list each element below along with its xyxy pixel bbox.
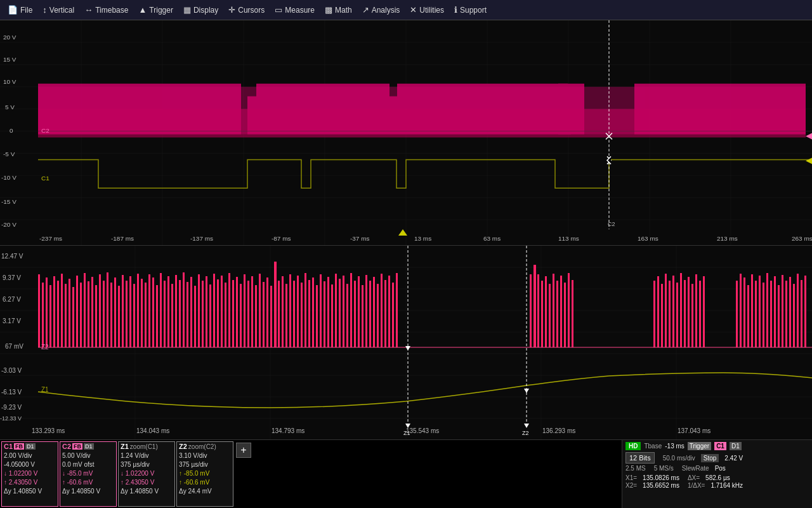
svg-rect-128	[247, 281, 249, 347]
svg-rect-188	[684, 280, 686, 347]
svg-rect-91	[107, 272, 108, 347]
tbase-label: Tbase	[644, 443, 662, 450]
svg-rect-194	[736, 281, 738, 347]
svg-rect-165	[388, 276, 390, 347]
z2-arrow: ↑	[179, 470, 182, 477]
svg-rect-168	[530, 274, 532, 347]
svg-rect-115	[198, 274, 200, 347]
svg-text:-37 ms: -37 ms	[350, 235, 370, 242]
svg-rect-203	[770, 281, 772, 347]
svg-rect-130	[255, 285, 257, 347]
menu-display[interactable]: ▦ Display	[178, 3, 223, 17]
svg-text:0: 0	[10, 128, 13, 135]
svg-rect-185	[672, 276, 674, 347]
c2-arrow: ↓	[62, 470, 65, 477]
svg-rect-184	[669, 281, 671, 347]
svg-rect-201	[763, 283, 764, 347]
svg-rect-149	[327, 277, 329, 347]
svg-rect-146	[316, 285, 318, 347]
utilities-icon: ✕	[410, 5, 417, 15]
svg-rect-78	[57, 281, 59, 347]
info-bar: C1 FB D1 2.00 V/div -4.05000 V ↓ 1.02200…	[0, 439, 812, 508]
svg-rect-180	[653, 281, 655, 347]
c1-d1-badge: D1	[25, 443, 36, 450]
add-channel-button[interactable]: +	[236, 443, 251, 458]
c2-offset: 0.0 mV ofst	[62, 460, 114, 469]
z2-val2: -60.6 mV	[184, 479, 210, 486]
svg-rect-104	[156, 285, 158, 347]
bottom-waveform-panel: Z1 Z2 Z2 Z1 12.47 V 9.37 V 6.27 V 3.17 V…	[0, 246, 812, 439]
svg-rect-174	[553, 274, 554, 347]
menu-math[interactable]: ▩ Math	[320, 3, 357, 17]
menu-measure[interactable]: ▭ Measure	[270, 3, 320, 17]
c1-up-arrow: ↑	[4, 479, 7, 486]
svg-text:-5 V: -5 V	[3, 150, 15, 157]
menu-utilities[interactable]: ✕ Utilities	[405, 3, 449, 17]
svg-rect-111	[183, 272, 185, 347]
menu-file[interactable]: 📄 File	[3, 3, 37, 17]
svg-rect-131	[259, 274, 261, 347]
svg-rect-86	[88, 281, 89, 347]
svg-rect-118	[209, 284, 211, 347]
z2-delta-y: 24.4 mV	[188, 488, 211, 495]
svg-rect-123	[228, 273, 230, 347]
svg-rect-148	[324, 281, 325, 347]
svg-rect-160	[369, 281, 371, 347]
svg-rect-80	[65, 284, 67, 347]
svg-rect-113	[190, 277, 192, 347]
svg-rect-153	[343, 276, 344, 347]
menu-timebase[interactable]: ↔ Timebase	[79, 3, 133, 17]
c2-up-arrow: ↑	[62, 479, 65, 486]
svg-rect-177	[564, 283, 566, 347]
svg-rect-173	[549, 284, 551, 347]
svg-rect-156	[354, 281, 356, 347]
svg-text:13 ms: 13 ms	[414, 235, 431, 242]
svg-text:-6.13 V: -6.13 V	[1, 389, 22, 396]
z1-delta-label: Δy	[121, 488, 128, 495]
svg-rect-96	[126, 281, 128, 347]
svg-text:20 V: 20 V	[3, 34, 16, 41]
svg-rect-167	[396, 273, 398, 347]
c2-d1-badge: D1	[84, 443, 94, 450]
svg-rect-208	[789, 277, 791, 347]
cursors-icon: ✛	[228, 5, 235, 15]
menu-cursors[interactable]: ✛ Cursors	[223, 3, 270, 17]
svg-rect-211	[801, 280, 802, 347]
svg-text:135.543 ms: 135.543 ms	[406, 427, 439, 434]
svg-rect-112	[187, 282, 188, 347]
svg-rect-162	[377, 284, 379, 347]
z1-mode: zoom(C1)	[130, 443, 158, 450]
z2-up-arrow: ↑	[179, 479, 182, 486]
menu-analysis[interactable]: ↗ Analysis	[357, 3, 405, 17]
svg-text:12.47 V: 12.47 V	[1, 253, 23, 260]
svg-rect-155	[350, 273, 352, 347]
svg-rect-212	[804, 276, 806, 347]
svg-rect-159	[365, 275, 367, 347]
svg-rect-98	[133, 284, 135, 347]
svg-rect-137	[282, 276, 284, 347]
menu-support[interactable]: ℹ Support	[449, 3, 492, 17]
svg-rect-172	[545, 276, 547, 347]
menu-trigger[interactable]: ▲ Trigger	[133, 3, 178, 17]
c1-delta-y: 1.40850 V	[13, 488, 42, 495]
svg-text:134.793 ms: 134.793 ms	[272, 427, 304, 434]
svg-text:113 ms: 113 ms	[558, 235, 579, 242]
svg-rect-116	[202, 281, 204, 347]
svg-rect-157	[358, 276, 360, 347]
svg-rect-94	[118, 286, 120, 347]
svg-rect-129	[251, 276, 253, 347]
svg-rect-152	[339, 279, 341, 347]
svg-rect-140	[293, 281, 295, 347]
z1-val1: 1.02200 V	[126, 470, 155, 477]
svg-text:5 V: 5 V	[5, 104, 15, 110]
svg-rect-175	[556, 281, 558, 347]
svg-rect-171	[541, 281, 543, 347]
svg-text:63 ms: 63 ms	[483, 235, 501, 242]
bits-badge: 12 Bits	[625, 452, 655, 464]
menu-vertical[interactable]: ↕ Vertical	[37, 3, 79, 17]
svg-rect-125	[236, 277, 238, 347]
svg-rect-82	[72, 287, 74, 347]
svg-rect-76	[49, 285, 51, 347]
c2-label: C2	[62, 443, 71, 450]
z1-label: Z1	[121, 443, 129, 450]
